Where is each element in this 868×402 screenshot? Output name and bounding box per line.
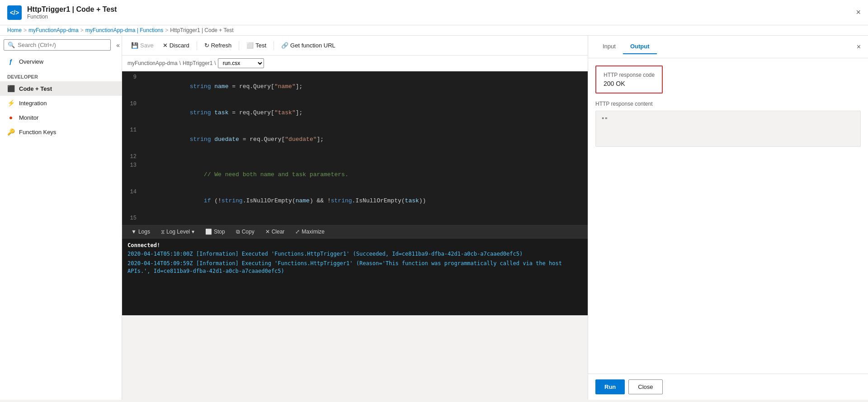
clear-icon: ✕ [265, 229, 270, 235]
sidebar-item-label: Function Keys [19, 129, 56, 136]
sidebar-collapse-button[interactable]: « [114, 40, 122, 51]
top-title-group: HttpTrigger1 | Code + Test Function [27, 5, 117, 20]
search-input[interactable] [18, 42, 107, 48]
code-line: 14 if (!string.IsNullOrEmpty(name) && !s… [122, 188, 588, 215]
file-path-function: HttpTrigger1 [183, 60, 212, 66]
clear-button[interactable]: ✕ Clear [262, 227, 288, 236]
file-path-app: myFunctionApp-dma [127, 60, 178, 66]
sidebar-item-label: Code + Test [19, 85, 52, 92]
content-area: 💾 Save ✕ Discard ↻ Refresh ⬜ Test 🔗 Get … [122, 36, 588, 400]
right-panel-footer: Run Close [588, 374, 868, 400]
get-function-url-button[interactable]: 🔗 Get function URL [278, 40, 339, 51]
code-line: 11 string duedate = req.Query["duedate"]… [122, 126, 588, 153]
http-response-code-value: 200 OK [604, 80, 655, 87]
code-panel: myFunctionApp-dma \ HttpTrigger1 \ run.c… [122, 56, 588, 400]
key-icon: 🔑 [7, 128, 14, 136]
refresh-button[interactable]: ↻ Refresh [201, 40, 236, 51]
run-button[interactable]: Run [595, 379, 625, 394]
stop-button[interactable]: ⬜ Stop [202, 227, 229, 236]
log-connected: Connected! [127, 242, 582, 248]
file-path-bar: myFunctionApp-dma \ HttpTrigger1 \ run.c… [122, 56, 588, 71]
breadcrumb: Home > myFunctionApp-dma > myFunctionApp… [0, 25, 868, 36]
log-level-button[interactable]: ⧖ Log Level ▾ [157, 227, 198, 236]
close-button[interactable]: Close [628, 379, 662, 394]
code-icon: ⬛ [7, 85, 14, 92]
save-icon: 💾 [131, 42, 138, 49]
function-icon: ƒ [7, 58, 14, 65]
top-bar: </> HttpTrigger1 | Code + Test Function … [0, 0, 868, 25]
tab-output[interactable]: Output [623, 39, 657, 54]
link-icon: 🔗 [281, 42, 288, 49]
sidebar-item-label: Overview [19, 58, 43, 65]
app-subtitle: Function [27, 14, 117, 20]
chevron-down-icon-2: ▾ [192, 229, 194, 235]
logs-panel: ▼ Logs ⧖ Log Level ▾ ⬜ Stop ⧉ Copy [122, 225, 588, 315]
log-line-1: 2020-04-14T05:10:00Z [Information] Execu… [127, 250, 582, 258]
breadcrumb-app[interactable]: myFunctionApp-dma [28, 27, 79, 33]
http-response-code-box: HTTP response code 200 OK [595, 65, 663, 93]
right-panel: Input Output × HTTP response code 200 OK… [588, 36, 868, 400]
tab-input[interactable]: Input [595, 39, 623, 54]
breadcrumb-functions[interactable]: myFunctionApp-dma | Functions [85, 27, 164, 33]
right-panel-content: HTTP response code 200 OK HTTP response … [588, 58, 868, 374]
sidebar-search-box[interactable]: 🔍 [4, 39, 111, 51]
app-title: HttpTrigger1 | Code + Test [27, 5, 117, 14]
toolbar-separator-1 [197, 41, 197, 50]
discard-button[interactable]: ✕ Discard [159, 40, 193, 51]
stop-icon: ⬜ [205, 229, 212, 235]
code-line: 13 // We need both name and task paramet… [122, 161, 588, 188]
logs-content: Connected! 2020-04-14T05:10:00Z [Informa… [122, 238, 588, 315]
search-icon: 🔍 [8, 42, 15, 48]
copy-icon: ⧉ [236, 229, 240, 235]
breadcrumb-current: HttpTrigger1 | Code + Test [170, 27, 233, 33]
sidebar-item-integration[interactable]: ⚡ Integration [0, 96, 122, 110]
maximize-button[interactable]: ⤢ Maximize [292, 227, 328, 236]
main-layout: 🔍 « ƒ Overview Developer ⬛ Code + Test ⚡… [0, 36, 868, 400]
file-path-sep-2: \ [214, 60, 216, 66]
right-panel-close-button[interactable]: × [857, 43, 861, 51]
sidebar-developer-section: Developer [0, 69, 122, 81]
breadcrumb-home[interactable]: Home [7, 27, 22, 33]
right-panel-header: Input Output × [588, 36, 868, 58]
close-top-button[interactable]: × [856, 8, 861, 17]
refresh-icon: ↻ [204, 42, 209, 49]
toolbar-separator-3 [274, 41, 274, 50]
sidebar-item-code-test[interactable]: ⬛ Code + Test [0, 81, 122, 96]
toolbar: 💾 Save ✕ Discard ↻ Refresh ⬜ Test 🔗 Get … [122, 36, 588, 56]
sidebar-item-label: Monitor [19, 114, 38, 121]
sidebar-item-overview[interactable]: ƒ Overview [0, 54, 122, 69]
maximize-icon: ⤢ [295, 229, 300, 235]
logs-toggle-button[interactable]: ▼ Logs [127, 227, 154, 236]
sidebar-item-label: Integration [19, 100, 47, 107]
sidebar-item-function-keys[interactable]: 🔑 Function Keys [0, 125, 122, 139]
http-response-code-label: HTTP response code [604, 72, 655, 78]
toolbar-separator-2 [239, 41, 239, 50]
code-line: 9 string name = req.Query["name"]; [122, 73, 588, 100]
code-line: 10 string task = req.Query["task"]; [122, 100, 588, 126]
filter-icon: ⧖ [161, 229, 165, 235]
file-path-sep-1: \ [179, 60, 181, 66]
app-icon-text: </> [10, 9, 19, 16]
discard-icon: ✕ [163, 42, 168, 49]
integration-icon: ⚡ [7, 99, 14, 107]
http-response-content-box: "" [595, 111, 861, 147]
copy-button[interactable]: ⧉ Copy [232, 227, 258, 236]
breadcrumb-sep-3: > [165, 27, 168, 33]
breadcrumb-sep-2: > [80, 27, 84, 33]
test-icon: ⬜ [246, 42, 254, 49]
http-response-content-label: HTTP response content [595, 101, 861, 107]
sidebar-item-monitor[interactable]: ● Monitor [0, 110, 122, 125]
chevron-down-icon: ▼ [131, 229, 137, 235]
code-editor[interactable]: 9 string name = req.Query["name"]; 10 st… [122, 71, 588, 225]
sidebar: 🔍 « ƒ Overview Developer ⬛ Code + Test ⚡… [0, 36, 122, 400]
test-button[interactable]: ⬜ Test [243, 40, 270, 51]
file-select[interactable]: run.csx function.json project.json [218, 58, 264, 68]
monitor-icon: ● [7, 114, 14, 121]
logs-toolbar: ▼ Logs ⧖ Log Level ▾ ⬜ Stop ⧉ Copy [122, 225, 588, 238]
log-line-2: 2020-04-14T05:09:59Z [Information] Execu… [127, 260, 582, 275]
app-icon: </> [7, 5, 22, 20]
code-line: 12 [122, 153, 588, 162]
sidebar-search-row: 🔍 « [0, 36, 122, 54]
save-button[interactable]: 💾 Save [127, 40, 157, 51]
code-line: 15 { [122, 214, 588, 225]
